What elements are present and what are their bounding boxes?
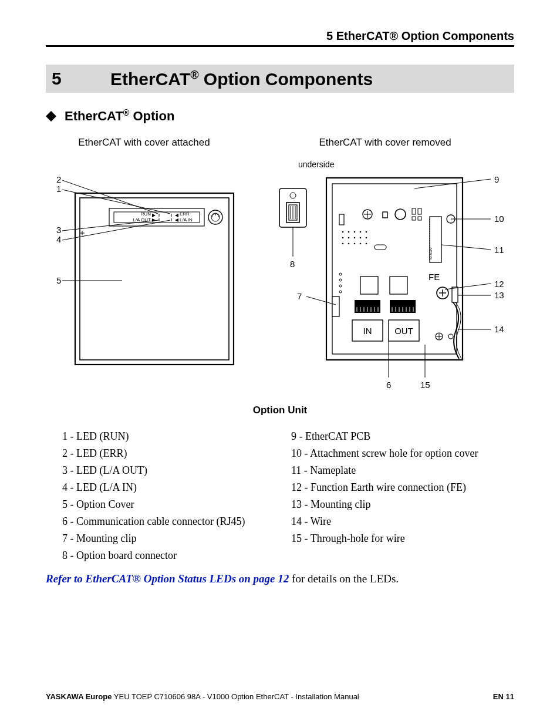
svg-text:7: 7	[297, 291, 302, 301]
svg-point-40	[395, 209, 406, 220]
svg-text:15: 15	[420, 380, 430, 390]
svg-point-51	[348, 237, 350, 238]
svg-point-100	[448, 334, 453, 339]
legend-item: 9 - EtherCAT PCB	[291, 430, 514, 443]
svg-point-54	[366, 237, 367, 238]
figure-main-caption: Option Unit	[46, 405, 514, 416]
chapter-number: 5	[52, 69, 110, 89]
legend-item: 11 - Nameplate	[291, 464, 514, 477]
legend-item: 6 - Communication cable connector (RJ45)	[62, 515, 285, 528]
svg-point-53	[360, 237, 362, 238]
svg-text:4: 4	[56, 234, 61, 244]
svg-point-55	[342, 242, 344, 244]
svg-text:8: 8	[290, 259, 295, 269]
svg-text:L/A IN: L/A IN	[180, 217, 193, 223]
svg-rect-44	[418, 217, 421, 220]
legend-item: 14 - Wire	[291, 515, 514, 528]
figure-caption-left: EtherCAT with cover attached	[46, 137, 242, 149]
running-header: 5 EtherCAT® Option Components	[46, 29, 514, 47]
svg-rect-75	[452, 287, 458, 302]
svg-rect-76	[332, 296, 339, 316]
svg-text:1: 1	[56, 184, 61, 194]
svg-rect-43	[412, 217, 416, 220]
svg-text:RUN: RUN	[141, 211, 151, 217]
svg-rect-35	[339, 214, 344, 225]
legend-item: 12 - Function Earth wire connection (FE)	[291, 481, 514, 494]
svg-point-47	[354, 231, 356, 232]
svg-point-65	[339, 273, 342, 275]
svg-rect-70	[390, 277, 407, 294]
diagram-cover-removed: underside 8	[256, 157, 514, 392]
svg-text:5: 5	[56, 275, 61, 285]
legend-item: 10 - Attachment screw hole for option co…	[291, 447, 514, 460]
svg-point-52	[354, 237, 356, 238]
svg-text:IN: IN	[363, 326, 372, 336]
legend-item: 7 - Mounting clip	[62, 532, 285, 545]
legend-right-column: 9 - EtherCAT PCB 10 - Attachment screw h…	[291, 430, 514, 567]
figure-caption-right: EtherCAT with cover removed	[256, 137, 514, 149]
svg-text:12: 12	[494, 279, 504, 289]
footer: YASKAWA Europe YEU TOEP C710606 98A - V1…	[46, 692, 514, 701]
legend: 1 - LED (RUN) 2 - LED (ERR) 3 - LED (L/A…	[62, 430, 514, 567]
svg-point-57	[354, 242, 356, 244]
svg-point-56	[348, 242, 350, 244]
chapter-heading: 5 EtherCAT® Option Components	[46, 65, 514, 93]
svg-text:10: 10	[494, 214, 504, 224]
svg-text:14: 14	[494, 324, 504, 334]
svg-text:9: 9	[494, 174, 499, 184]
svg-text:3: 3	[56, 225, 61, 235]
svg-text:underside: underside	[298, 160, 335, 169]
figure-cover-removed: EtherCAT with cover removed underside 8	[256, 137, 514, 394]
legend-item: 1 - LED (RUN)	[62, 430, 285, 443]
svg-point-50	[342, 237, 344, 238]
svg-point-49	[366, 231, 367, 232]
footer-left: YASKAWA Europe YEU TOEP C710606 98A - V1…	[46, 692, 359, 701]
svg-rect-41	[412, 208, 416, 214]
reference-link[interactable]: Refer to EtherCAT® Option Status LEDs on…	[46, 572, 289, 585]
legend-item: 3 - LED (L/A OUT)	[62, 464, 285, 477]
svg-text:6: 6	[386, 380, 391, 390]
svg-point-58	[360, 242, 362, 244]
svg-rect-60	[375, 245, 386, 250]
svg-text:ERR: ERR	[180, 211, 190, 217]
svg-point-48	[360, 231, 362, 232]
svg-point-68	[339, 291, 342, 293]
reference-line: Refer to EtherCAT® Option Status LEDs on…	[46, 572, 514, 585]
svg-text:OUT: OUT	[394, 326, 413, 336]
svg-text:FE: FE	[429, 272, 440, 282]
svg-text:13: 13	[494, 290, 504, 300]
svg-point-66	[339, 279, 342, 281]
legend-item: 5 - Option Cover	[62, 498, 285, 511]
section-heading: EtherCAT® Option	[46, 108, 514, 125]
svg-text:2: 2	[56, 174, 61, 184]
svg-point-46	[348, 231, 350, 232]
svg-marker-0	[46, 111, 56, 122]
diagram-cover-attached: RUN L/A OUT ERR L/A IN 2 1 3 4 5	[46, 157, 242, 368]
legend-item: 2 - LED (ERR)	[62, 447, 285, 460]
svg-point-25	[290, 193, 296, 198]
svg-text:11: 11	[494, 245, 504, 255]
svg-rect-42	[418, 208, 421, 214]
svg-rect-69	[360, 277, 378, 294]
page-number: EN 11	[493, 692, 514, 701]
legend-item: 15 - Through-hole for wire	[291, 532, 514, 545]
svg-point-67	[339, 285, 342, 287]
chapter-title: EtherCAT® Option Components	[110, 68, 373, 89]
figure-cover-attached: EtherCAT with cover attached RUN	[46, 137, 242, 394]
reference-rest: for details on the LEDs.	[289, 572, 399, 585]
diamond-icon	[46, 110, 56, 125]
legend-item: 4 - LED (L/A IN)	[62, 481, 285, 494]
legend-item: 13 - Mounting clip	[291, 498, 514, 511]
legend-left-column: 1 - LED (RUN) 2 - LED (ERR) 3 - LED (L/A…	[62, 430, 285, 567]
figure-row: EtherCAT with cover attached RUN	[46, 137, 514, 394]
svg-point-59	[366, 242, 367, 244]
svg-rect-39	[383, 212, 387, 218]
svg-point-45	[342, 231, 344, 232]
legend-item: 8 - Option board connector	[62, 550, 285, 562]
